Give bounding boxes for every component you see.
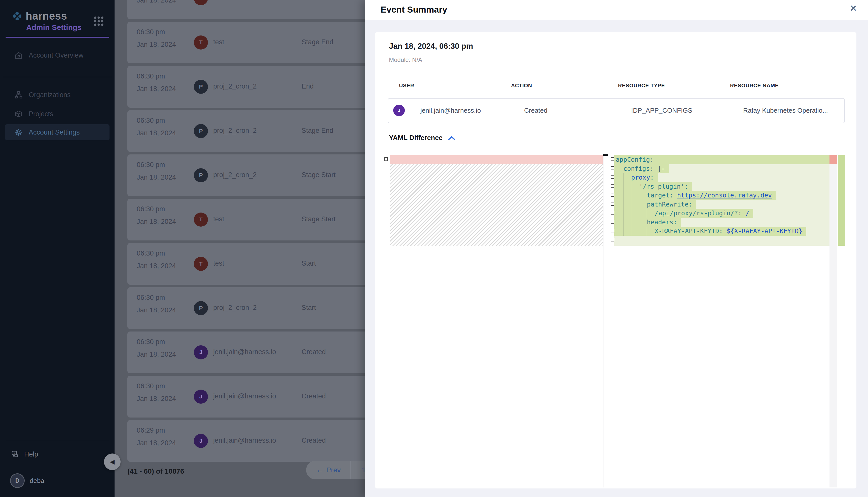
sidebar-item-organizations[interactable]: Organizations [5,87,110,103]
row-time: 06:29 pm [137,427,165,435]
pagination-range: (41 - 60) of 10876 [127,467,184,475]
event-action: Created [524,106,548,114]
diff-line-marker [611,175,614,179]
sidebar-item-label: Account Overview [29,52,84,59]
row-user: proj_2_cron_2 [213,83,257,90]
diff-line-marker [611,193,614,197]
diff-line-marker [611,166,614,170]
event-datetime: Jan 18, 2024, 06:30 pm [389,42,473,51]
sidebar-item-label: Account Settings [29,129,80,136]
row-user: proj_2_cron_2 [213,304,257,312]
diff-added-line: pathRewrite: [614,200,829,209]
sidebar-item-projects[interactable]: Projects [5,106,110,122]
row-time: 06:30 pm [137,28,165,36]
brand-name: harness [26,10,67,22]
yaml-difference-label: YAML Difference [389,134,443,142]
row-date: Jan 18, 2024 [137,173,176,181]
user-name: deba [30,477,44,485]
diff-added-line: '/rs-plugin': [614,182,829,191]
row-avatar: T [194,0,208,5]
diff-line-marker [611,202,614,206]
diff-line-marker [611,220,614,224]
brand-row: harness [11,10,67,22]
row-time: 06:30 pm [137,294,165,301]
event-resource-type: IDP_APP_CONFIGS [631,106,692,114]
row-time: 06:30 pm [137,382,165,390]
drawer-title: Event Summary [381,4,447,15]
help-chat-icon: ? [11,450,19,458]
diff-added-line: proxy: [614,173,829,182]
event-summary-card: Jan 18, 2024, 06:30 pm Module: N/A USER … [375,32,856,488]
row-date: Jan 18, 2024 [137,218,176,226]
row-user: test [213,38,224,46]
diff-line-marker [611,157,614,161]
event-summary-drawer: Event Summary ✕ Jan 18, 2024, 06:30 pm M… [365,0,868,497]
sidebar-collapse-button[interactable]: ◀ [104,454,121,470]
row-date: Jan 18, 2024 [137,0,176,4]
user-avatar: D [10,473,25,488]
user-chip[interactable]: D deba [10,473,44,488]
diff-added-line: X-RAFAY-API-KEYID: ${X-RAFAY-API-KEYID} [614,227,829,236]
row-avatar: J [194,389,208,404]
sidebar-item-account-settings[interactable]: Account Settings [5,124,110,140]
event-user: jenil.jain@harness.io [421,106,481,114]
row-user: test [213,0,224,2]
chevron-up-icon [448,136,455,140]
row-date: Jan 18, 2024 [137,41,176,48]
row-time: 06:30 pm [137,161,165,169]
left-arrow-icon: ← [316,466,323,474]
row-user: jenil.jain@harness.io [213,437,276,444]
collapse-arrow-icon: ◀ [110,459,114,465]
diff-overview-added-mark [838,155,845,246]
sidebar-item-account-overview[interactable]: Account Overview [5,47,110,63]
sidebar-underline [5,37,109,38]
diff-overview-track [829,155,837,487]
column-header-action: ACTION [511,83,532,88]
home-icon [15,51,23,59]
close-icon[interactable]: ✕ [850,4,857,13]
diff-overview-removed-mark [829,155,837,164]
row-date: Jan 18, 2024 [137,129,176,137]
row-avatar: T [194,213,208,227]
row-time: 06:30 pm [137,205,165,213]
row-avatar: J [194,345,208,359]
row-date: Jan 18, 2024 [137,439,176,447]
diff-added-line: /api/proxy/rs-plugin/?: / [614,209,829,218]
row-date: Jan 18, 2024 [137,85,176,93]
sidebar-divider [3,77,111,77]
row-date: Jan 18, 2024 [137,306,176,314]
app-grid-icon[interactable] [93,16,104,27]
row-user: jenil.jain@harness.io [213,348,276,356]
box-icon [15,110,23,118]
yaml-difference-toggle[interactable]: YAML Difference [389,134,455,142]
event-module: Module: N/A [389,56,422,63]
row-user: proj_2_cron_2 [213,127,257,134]
diff-added-line [614,236,829,245]
sidebar-item-label: Projects [29,110,53,118]
diff-line-marker [611,229,614,232]
prev-page-button[interactable]: ← Prev [316,466,341,474]
diff-scroll-tick [603,154,608,156]
sidebar-divider [5,441,109,441]
row-action: Stage End [302,127,333,134]
row-user: jenil.jain@harness.io [213,392,276,400]
row-date: Jan 18, 2024 [137,351,176,358]
column-header-resource-type: RESOURCE TYPE [618,83,665,88]
diff-line-marker [611,238,614,241]
row-action: End [302,83,314,90]
diff-split-divider [603,155,603,487]
row-action: Start [302,259,316,267]
diff-added-line: configs: |- [614,164,829,173]
sidebar: harness Admin Settings Account Overview … [0,0,114,497]
diff-added-line: headers: [614,218,829,227]
row-avatar: P [194,168,208,182]
row-date: Jan 18, 2024 [137,262,176,270]
row-avatar: J [194,434,208,448]
help-button[interactable]: ? Help [11,450,38,458]
row-avatar: T [194,257,208,271]
harness-logo-icon [11,10,23,22]
prev-label: Prev [326,466,341,474]
event-row[interactable]: J jenil.jain@harness.io Created IDP_APP_… [388,98,845,123]
row-action: Stage End [302,38,333,46]
diff-line-marker [611,184,614,188]
